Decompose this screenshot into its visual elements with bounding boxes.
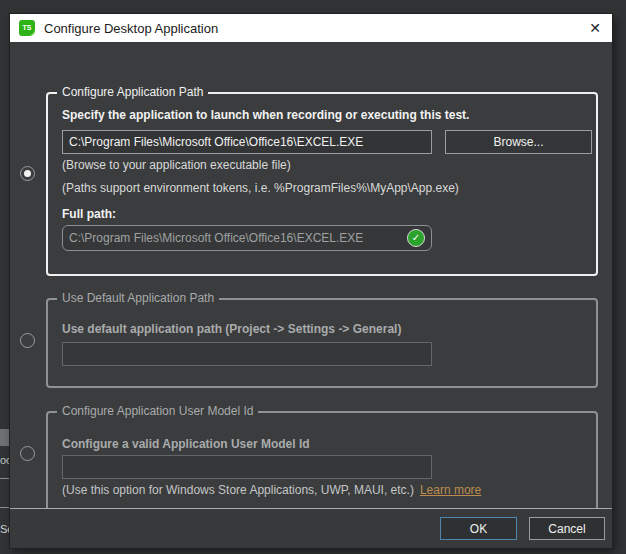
user-model-id-input[interactable]: [62, 455, 432, 479]
group-use-default-application-path: Use Default Application Path Use default…: [46, 298, 598, 388]
group-legend: Use Default Application Path: [57, 291, 219, 306]
radio-dot: [24, 170, 31, 177]
group-legend: Configure Application User Model Id: [57, 404, 258, 419]
browse-button[interactable]: Browse...: [445, 130, 592, 154]
group-application-user-model-id: Configure Application User Model Id Conf…: [46, 411, 598, 518]
background-app-fragment: [0, 429, 10, 446]
cancel-button[interactable]: Cancel: [529, 517, 605, 540]
full-path-value: C:\Program Files\Microsoft Office\Office…: [69, 231, 407, 245]
close-icon[interactable]: ✕: [578, 14, 612, 42]
uwp-hint-text: (Use this option for Windows Store Appli…: [62, 483, 414, 497]
dialog-footer: OK Cancel: [10, 508, 612, 548]
configure-desktop-application-dialog: TS Configure Desktop Application ✕ Confi…: [10, 14, 612, 548]
group-legend: Configure Application Path: [57, 85, 208, 100]
ok-button[interactable]: OK: [440, 517, 517, 540]
learn-more-link[interactable]: Learn more: [420, 483, 481, 497]
test-studio-icon: TS: [19, 20, 35, 36]
full-path-label: Full path:: [62, 207, 116, 221]
uwp-hint-label: (Use this option for Windows Store Appli…: [62, 483, 481, 497]
group-configure-application-path: Configure Application Path Specify the a…: [46, 92, 598, 276]
default-path-input[interactable]: [62, 342, 432, 366]
title-bar: TS Configure Desktop Application ✕: [10, 14, 612, 42]
radio-application-user-model-id[interactable]: [20, 446, 35, 461]
dialog-content: Configure Application Path Specify the a…: [10, 42, 612, 508]
instruction-label: Specify the application to launch when r…: [62, 108, 469, 122]
browse-hint-label: (Browse to your application executable f…: [62, 158, 291, 172]
full-path-display: C:\Program Files\Microsoft Office\Office…: [62, 225, 432, 251]
application-path-input[interactable]: [62, 130, 432, 154]
instruction-label: Use default application path (Project ->…: [62, 322, 401, 336]
valid-check-icon: ✓: [407, 229, 425, 247]
tokens-hint-label: (Paths support environment tokens, i.e. …: [62, 181, 459, 195]
background-divider: [0, 478, 10, 479]
radio-configure-application-path[interactable]: [20, 166, 35, 181]
background-divider: [0, 507, 10, 508]
radio-use-default-application-path[interactable]: [20, 333, 35, 348]
instruction-label: Configure a valid Application User Model…: [62, 437, 310, 451]
window-title: Configure Desktop Application: [44, 21, 218, 36]
